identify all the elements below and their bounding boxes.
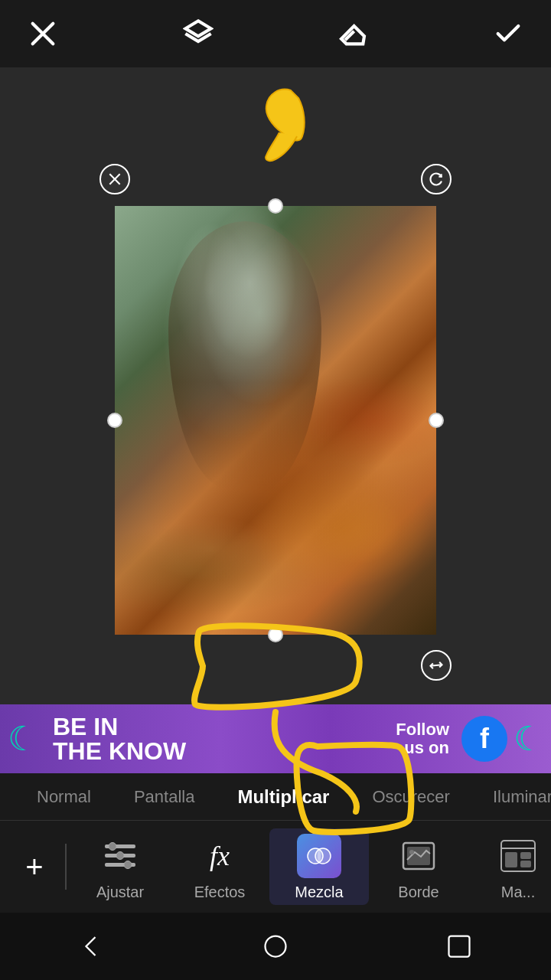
ad-moon-left-icon: ☾ <box>8 722 37 756</box>
plus-icon: + <box>25 851 43 882</box>
svg-point-12 <box>124 861 132 868</box>
efectos-icon-wrap: fx <box>197 833 243 879</box>
mezcla-icon-wrap <box>296 833 342 879</box>
svg-point-10 <box>109 842 116 850</box>
efectos-label: Efectos <box>194 884 246 901</box>
borde-icon <box>399 837 438 875</box>
blend-modes-row: Normal Pantalla Multiplicar Oscurecer Il… <box>0 773 551 821</box>
svg-point-23 <box>266 936 286 957</box>
fb-letter: f <box>480 723 489 755</box>
ajustar-icon <box>101 837 139 875</box>
svg-rect-21 <box>520 852 531 859</box>
mezcla-label: Mezcla <box>295 884 343 901</box>
svg-rect-22 <box>520 861 531 867</box>
left-handle[interactable] <box>107 413 122 428</box>
more-icon-wrap <box>495 833 541 879</box>
ad-text-block: BE IN THE KNOW <box>53 714 186 763</box>
top-toolbar <box>0 0 551 67</box>
bottom-handle[interactable] <box>268 627 283 642</box>
blend-mode-iluminar[interactable]: Iluminar <box>471 781 551 813</box>
tool-ajustar[interactable]: Ajustar <box>70 828 170 905</box>
svg-point-17 <box>409 850 414 854</box>
ajustar-icon-wrap <box>97 833 143 879</box>
add-layer-button[interactable]: + <box>8 840 61 893</box>
right-handle[interactable] <box>429 413 444 428</box>
tool-efectos[interactable]: fx Efectos <box>170 828 269 905</box>
ad-banner[interactable]: ☾ BE IN THE KNOW Follow us on f ☾ <box>0 704 551 773</box>
close-button[interactable] <box>23 14 63 54</box>
canvas-area[interactable] <box>0 67 551 773</box>
delete-handle[interactable] <box>99 164 130 194</box>
back-button[interactable] <box>61 923 122 969</box>
top-handle[interactable] <box>268 198 283 214</box>
ad-follow-section: Follow us on f ☾ <box>396 716 543 762</box>
flip-handle[interactable] <box>421 650 452 681</box>
ad-follow-text-block: Follow us on <box>396 720 449 757</box>
borde-label: Borde <box>398 884 439 901</box>
ad-moon-right-icon: ☾ <box>514 722 543 756</box>
confirm-button[interactable] <box>488 14 528 54</box>
tools-row: + Ajustar fx Efectos <box>0 821 551 913</box>
fx-icon: fx <box>210 840 230 872</box>
rotate-handle[interactable] <box>421 164 452 194</box>
svg-point-11 <box>116 851 124 859</box>
tool-borde[interactable]: Borde <box>369 828 468 905</box>
photo-canvas <box>115 206 436 635</box>
ad-line2: THE KNOW <box>53 739 186 763</box>
facebook-icon[interactable]: f <box>461 716 507 762</box>
blend-mode-normal[interactable]: Normal <box>15 781 112 813</box>
mezcla-icon <box>297 834 341 878</box>
blend-mode-multiplicar[interactable]: Multiplicar <box>216 780 350 814</box>
more-label: Ma... <box>501 884 535 901</box>
svg-marker-2 <box>185 21 210 36</box>
svg-rect-24 <box>449 936 470 957</box>
tool-divider <box>65 844 67 890</box>
svg-rect-20 <box>505 852 517 867</box>
borde-icon-wrap <box>396 833 442 879</box>
tool-more[interactable]: Ma... <box>468 828 551 905</box>
recent-apps-button[interactable] <box>429 923 490 969</box>
ad-follow-label: Follow <box>396 720 449 739</box>
ad-line1: BE IN <box>53 714 186 739</box>
blend-mode-pantalla[interactable]: Pantalla <box>112 781 217 813</box>
nav-bar <box>0 913 551 980</box>
tool-mezcla[interactable]: Mezcla <box>269 828 369 905</box>
ad-on-label: us on <box>396 739 449 757</box>
eraser-button[interactable] <box>333 14 373 54</box>
layers-button[interactable] <box>178 14 218 54</box>
ajustar-label: Ajustar <box>96 884 144 901</box>
image-layer[interactable] <box>115 206 436 635</box>
more-icon <box>499 837 537 875</box>
cursor-annotation <box>237 83 337 170</box>
blend-mode-oscurecer[interactable]: Oscurecer <box>350 781 471 813</box>
bottom-panel: ☾ BE IN THE KNOW Follow us on f ☾ Normal… <box>0 704 551 913</box>
home-button[interactable] <box>245 923 306 969</box>
